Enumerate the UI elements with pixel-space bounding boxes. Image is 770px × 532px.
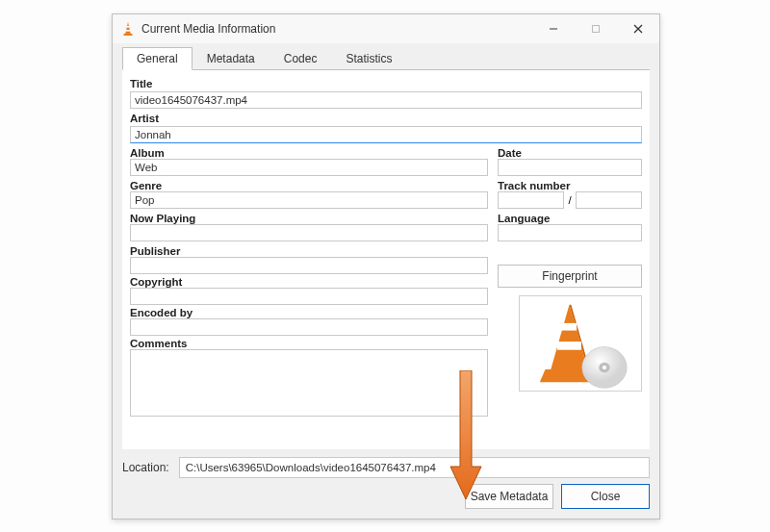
- svg-rect-10: [562, 323, 577, 331]
- artist-input[interactable]: [130, 126, 642, 143]
- tab-content-general: Title Artist Album Date Genre Track numb…: [122, 70, 650, 449]
- svg-marker-8: [551, 305, 587, 369]
- now-playing-label: Now Playing: [130, 213, 488, 224]
- language-input[interactable]: [498, 224, 642, 241]
- title-input[interactable]: [130, 91, 642, 109]
- copyright-label: Copyright: [130, 276, 488, 288]
- svg-rect-5: [593, 26, 600, 33]
- genre-input[interactable]: [130, 191, 488, 209]
- fingerprint-button[interactable]: Fingerprint: [498, 265, 642, 288]
- artist-label: Artist: [130, 113, 642, 124]
- svg-point-17: [603, 366, 606, 369]
- track-number-a-input[interactable]: [498, 191, 564, 209]
- svg-marker-0: [125, 22, 131, 35]
- location-input[interactable]: [179, 457, 650, 478]
- tab-general[interactable]: General: [122, 47, 192, 70]
- save-metadata-button[interactable]: Save Metadata: [465, 484, 553, 509]
- date-label: Date: [498, 147, 642, 159]
- title-label: Title: [130, 78, 642, 89]
- tab-metadata[interactable]: Metadata: [192, 47, 270, 69]
- window-title: Current Media Information: [141, 22, 532, 36]
- svg-rect-2: [126, 30, 131, 32]
- track-number-label: Track number: [498, 180, 642, 191]
- publisher-label: Publisher: [130, 245, 488, 257]
- album-label: Album: [130, 147, 488, 159]
- language-label: Language: [498, 213, 642, 224]
- location-row: Location:: [122, 457, 650, 478]
- svg-rect-1: [126, 26, 130, 28]
- album-input[interactable]: [130, 159, 488, 176]
- titlebar: Current Media Information: [113, 14, 659, 43]
- tab-statistics[interactable]: Statistics: [331, 47, 406, 69]
- window-controls: [532, 14, 659, 43]
- maximize-button[interactable]: [575, 14, 617, 43]
- encoded-by-label: Encoded by: [130, 307, 488, 318]
- location-label: Location:: [122, 461, 169, 474]
- genre-label: Genre: [130, 180, 488, 191]
- track-number-b-input[interactable]: [576, 191, 642, 209]
- close-window-button[interactable]: [617, 14, 659, 43]
- tab-codec[interactable]: Codec: [270, 47, 332, 69]
- album-artwork: [519, 295, 642, 392]
- date-input[interactable]: [498, 159, 642, 176]
- copyright-input[interactable]: [130, 288, 488, 305]
- svg-rect-3: [124, 34, 133, 36]
- track-separator: /: [564, 194, 575, 206]
- comments-label: Comments: [130, 338, 488, 349]
- close-button[interactable]: Close: [561, 484, 650, 509]
- encoded-by-input[interactable]: [130, 318, 488, 336]
- comments-input[interactable]: [130, 349, 488, 417]
- media-info-window: Current Media Information General Metada…: [112, 13, 660, 519]
- now-playing-input[interactable]: [130, 224, 488, 241]
- publisher-input[interactable]: [130, 257, 488, 274]
- dialog-footer: Save Metadata Close: [113, 484, 659, 519]
- minimize-button[interactable]: [532, 14, 575, 43]
- tabbar: General Metadata Codec Statistics: [122, 47, 650, 70]
- svg-rect-11: [557, 342, 581, 350]
- vlc-cone-icon: [120, 21, 136, 37]
